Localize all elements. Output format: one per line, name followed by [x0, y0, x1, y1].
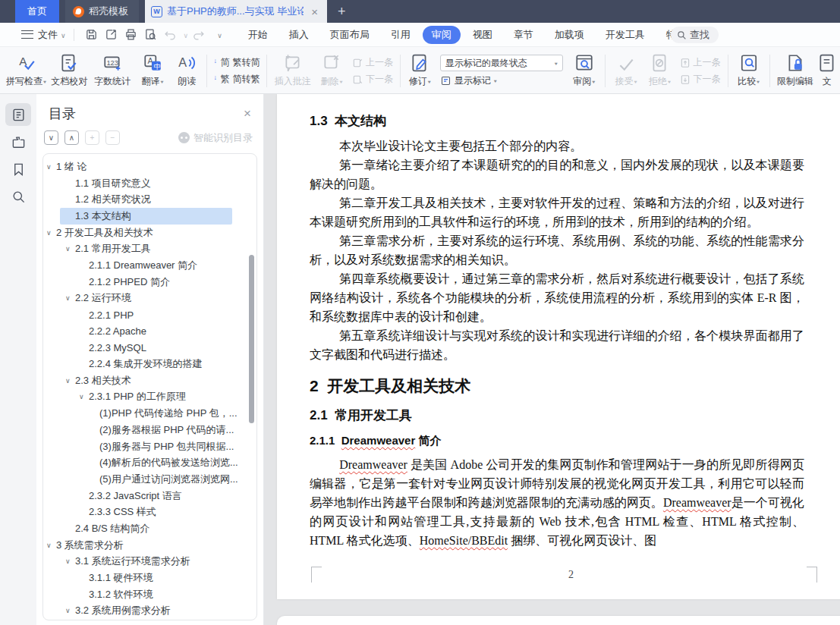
- track-changes-button[interactable]: 修订▾: [404, 50, 436, 92]
- compare-button[interactable]: 比较▾: [731, 50, 765, 92]
- trad-to-simp-button[interactable]: 简繁转简: [213, 56, 260, 69]
- menu-review[interactable]: 审阅: [423, 26, 461, 44]
- simp-to-trad-button[interactable]: 繁简转繁: [213, 73, 260, 86]
- workspace: 目录 × ∨ ∧ + − 智能识别目录 ∨1 绪 论1.1 项目研究意义1.2 …: [0, 94, 840, 625]
- toc-item[interactable]: ∨2.2 运行环境: [43, 291, 256, 307]
- accept-change-button: 接受▾: [609, 50, 643, 92]
- print-button[interactable]: [122, 26, 140, 44]
- smart-toc-icon: [178, 132, 190, 143]
- chevron-down-icon: ▾: [555, 60, 558, 65]
- restrict-editing-button[interactable]: 限制编辑: [774, 50, 817, 92]
- caret-icon: ▾: [428, 79, 431, 84]
- file-chevron-down-icon[interactable]: ∨: [61, 32, 66, 39]
- divider: [605, 55, 606, 87]
- toc-item[interactable]: 3.1.1 硬件环境: [43, 570, 256, 586]
- toc-item[interactable]: ∨2.1 常用开发工具: [43, 240, 256, 257]
- toc-item[interactable]: ∨3.2 系统用例需求分析: [43, 603, 256, 620]
- menu-dev-tools[interactable]: 开发工具: [596, 26, 654, 44]
- document-page-2[interactable]: [277, 616, 840, 625]
- chevron-down-icon[interactable]: ∨: [65, 607, 75, 614]
- toc-item[interactable]: 2.2.2 Apache: [43, 323, 256, 340]
- toc-item[interactable]: 2.1.2 PHPED 简介: [43, 274, 256, 291]
- outline-panel-button[interactable]: [5, 103, 31, 126]
- document-page-1[interactable]: 1.3 本文结构本次毕业设计论文主要包括五个部分的内容。第一章绪论主要介绍了本课…: [277, 94, 840, 599]
- toc-item-label: 2.1.1 Dreamweaver 简介: [89, 259, 197, 272]
- toc-item[interactable]: 2.3.2 JavaScript 语言: [43, 488, 256, 504]
- spellcheck-flagged-text: Dreamweaver: [341, 434, 416, 447]
- toc-scrollbar-thumb[interactable]: [249, 255, 254, 423]
- toc-item[interactable]: 2.3.3 CSS 样式: [43, 504, 256, 520]
- chevron-down-icon[interactable]: ∨: [65, 245, 75, 253]
- translate-button[interactable]: A中 翻译▾: [134, 50, 171, 92]
- workspace-panel-button[interactable]: [5, 130, 31, 153]
- toc-item[interactable]: 1.2 相关研究状况: [43, 191, 256, 208]
- markup-state-select[interactable]: 显示标记的最终状态 ▾: [440, 55, 563, 71]
- new-tab-button[interactable]: +: [327, 0, 357, 23]
- toc-item-label: 2 开发工具及相关技术: [56, 226, 153, 240]
- toc-item[interactable]: ∨1 绪 论: [43, 159, 256, 175]
- toc-item[interactable]: (1)PHP 代码传递给 PHP 包，...: [43, 405, 256, 422]
- toc-item[interactable]: 1.1 项目研究意义: [43, 175, 256, 192]
- toc-item[interactable]: 2.2.1 PHP: [43, 306, 256, 323]
- menu-start[interactable]: 开始: [239, 26, 277, 44]
- truncated-ribbon-button[interactable]: 文: [816, 50, 837, 92]
- chevron-down-icon[interactable]: ∨: [46, 229, 56, 237]
- toc-item[interactable]: (3)服务器与 PHP 包共同根据...: [43, 438, 256, 455]
- review-pane-button[interactable]: 审阅▾: [568, 50, 601, 92]
- search-box[interactable]: 查找: [671, 27, 719, 43]
- hamburger-menu-icon[interactable]: [21, 30, 33, 39]
- chevron-down-icon[interactable]: ∨: [46, 163, 56, 171]
- find-panel-button[interactable]: [5, 185, 31, 208]
- close-panel-icon[interactable]: ×: [244, 106, 251, 121]
- toc-item[interactable]: (5)用户通过访问浏览器浏览网...: [43, 471, 256, 488]
- print-preview-button[interactable]: [142, 26, 160, 44]
- menu-section[interactable]: 章节: [505, 26, 543, 44]
- chevron-down-icon[interactable]: ∨: [46, 542, 56, 549]
- spell-check-button[interactable]: A 拼写检查▾: [5, 50, 48, 92]
- toc-item[interactable]: (4)解析后的代码被发送给浏览...: [43, 454, 256, 471]
- toc-item[interactable]: (2)服务器根据 PHP 代码的请...: [43, 422, 256, 438]
- outline-icon: [11, 108, 26, 122]
- toc-item[interactable]: ∨3.1 系统运行环境需求分析: [43, 554, 256, 570]
- chevron-down-icon[interactable]: ∨: [65, 294, 75, 302]
- toc-item[interactable]: ∨2 开发工具及相关技术: [43, 225, 256, 241]
- save-button[interactable]: [83, 26, 101, 44]
- menu-add-ins[interactable]: 加载项: [546, 26, 593, 44]
- menu-insert[interactable]: 插入: [280, 26, 318, 44]
- expand-all-button[interactable]: ∨: [44, 130, 58, 145]
- chevron-down-icon[interactable]: ∨: [65, 557, 75, 565]
- document-proofing-button[interactable]: 文档校对: [48, 50, 91, 92]
- toolbar-more-chevron-icon[interactable]: ∨: [217, 32, 222, 39]
- toc-item[interactable]: ∨2.3.1 PHP 的工作原理: [43, 389, 256, 406]
- redo-button: [189, 26, 207, 44]
- divider: [728, 55, 728, 87]
- menu-page-layout[interactable]: 页面布局: [321, 26, 379, 44]
- toc-item[interactable]: 2.2.4 集成开发环境的搭建: [43, 356, 256, 372]
- toc-item[interactable]: 3.1.2 软件环境: [43, 586, 256, 603]
- bookmark-panel-button[interactable]: [5, 158, 31, 181]
- document-area: 1.3 本文结构本次毕业设计论文主要包括五个部分的内容。第一章绪论主要介绍了本课…: [264, 94, 840, 625]
- toc-item[interactable]: ∨2.3 相关技术: [43, 372, 256, 389]
- toc-item[interactable]: 2.2.3 MySQL: [43, 340, 256, 356]
- toc-item[interactable]: ∨3 系统需求分析: [43, 537, 256, 554]
- toc-item[interactable]: 1.3 本文结构: [43, 208, 256, 225]
- chevron-down-icon[interactable]: ∨: [65, 377, 75, 385]
- toc-item[interactable]: 2.4 B/S 结构简介: [43, 520, 256, 537]
- menu-references[interactable]: 引用: [382, 26, 420, 44]
- toc-item[interactable]: 2.1.1 Dreamweaver 简介: [43, 257, 256, 274]
- file-menu[interactable]: 文件: [38, 28, 58, 42]
- doc-paragraph: 第一章绪论主要介绍了本课题研究的的目的和意义，国内外发展的现状，以及本课题要解决…: [310, 155, 804, 193]
- previous-change-button: 上一条: [680, 56, 721, 69]
- chevron-down-icon[interactable]: ∨: [79, 393, 89, 400]
- show-markup-button[interactable]: 显示标记▾: [440, 74, 563, 87]
- collapse-all-button[interactable]: ∧: [64, 130, 79, 145]
- close-tab-icon[interactable]: ×: [308, 5, 321, 18]
- read-aloud-button[interactable]: A 朗读: [171, 50, 203, 92]
- tab-document[interactable]: W 基于PHP的教师...与实现 毕业论文 ×: [145, 0, 327, 23]
- export-button[interactable]: [102, 26, 121, 44]
- menu-view[interactable]: 视图: [464, 26, 502, 44]
- toc-item-label: 2.4 B/S 结构简介: [75, 522, 149, 535]
- tab-docer-templates[interactable]: 稻壳模板: [65, 0, 139, 23]
- tab-home[interactable]: 首页: [15, 0, 59, 23]
- word-count-button[interactable]: 123 字数统计: [91, 50, 134, 92]
